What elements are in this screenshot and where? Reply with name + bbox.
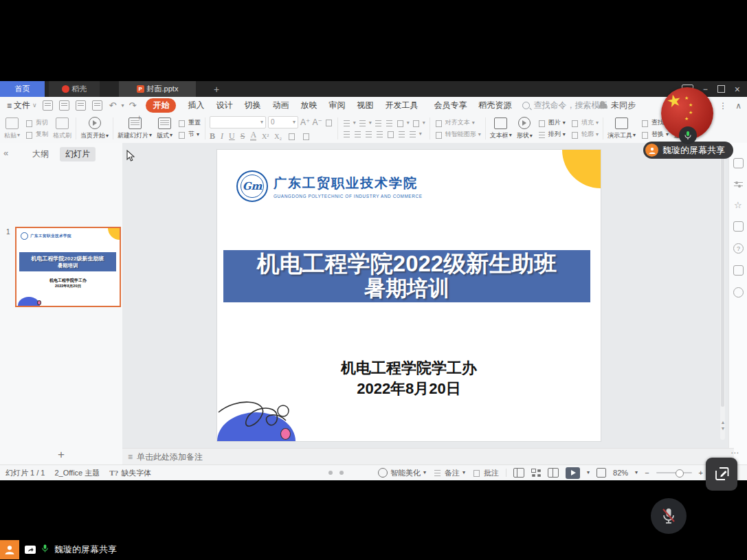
command-search[interactable]: 查找命令，搜索模板: [522, 100, 607, 111]
more-vertical-icon[interactable]: ⋮: [719, 101, 727, 111]
export-pane-icon[interactable]: [733, 265, 744, 276]
align-left-icon[interactable]: [342, 130, 351, 138]
to-smartart-button[interactable]: 转智能图形: [445, 130, 476, 139]
highlight-color-icon[interactable]: [302, 132, 311, 140]
fill-button[interactable]: 填充▾: [570, 118, 599, 127]
increase-indent-icon[interactable]: [385, 119, 394, 127]
menu-item-review[interactable]: 审阅: [328, 100, 345, 111]
zoom-level[interactable]: 82%: [613, 469, 628, 477]
textbox-button[interactable]: 文本框▾: [490, 117, 512, 140]
save-icon[interactable]: [43, 100, 53, 111]
add-slide-button[interactable]: +: [0, 448, 122, 462]
comments-button[interactable]: 批注: [472, 468, 499, 478]
clear-format-icon[interactable]: [324, 118, 333, 126]
replace-button[interactable]: 替换▾: [640, 130, 669, 139]
notes-toggle-button[interactable]: 备注▾: [433, 468, 465, 478]
underline-button[interactable]: U: [229, 131, 235, 142]
print-preview-icon[interactable]: [92, 100, 102, 111]
slide-sorter-icon[interactable]: [531, 469, 541, 477]
bullet-list-icon[interactable]: [342, 119, 351, 127]
zoom-in-button[interactable]: +: [699, 469, 703, 477]
line-spacing-icon[interactable]: [408, 130, 417, 138]
format-pane-icon[interactable]: [733, 158, 744, 168]
slideshow-play-button[interactable]: [566, 467, 580, 479]
align-text-button[interactable]: 对齐文本: [445, 118, 470, 127]
slide-thumbnail[interactable]: 广东工贸职业技术学院 机电工程学院2022级新生助班 暑期培训 机电工程学院学工…: [15, 227, 121, 307]
reset-button[interactable]: 重置: [177, 118, 201, 127]
print-icon[interactable]: [76, 100, 86, 111]
taskbar-mic-icon[interactable]: [41, 544, 49, 556]
close-button[interactable]: ×: [735, 84, 740, 95]
shapes-button[interactable]: 形状▾: [517, 117, 533, 140]
copy-button[interactable]: 复制: [25, 130, 48, 139]
strikethrough-button[interactable]: S: [241, 131, 245, 142]
annotation-pen-button[interactable]: [706, 458, 737, 491]
align-center-icon[interactable]: [353, 130, 362, 138]
tab-document[interactable]: P 封面.pptx: [119, 81, 196, 97]
font-name-combo[interactable]: ▾: [210, 116, 266, 128]
sync-status[interactable]: 未同步: [599, 97, 636, 114]
columns-icon[interactable]: [397, 130, 406, 138]
new-tab-button[interactable]: +: [214, 84, 219, 95]
menu-item-docer-resources[interactable]: 稻壳资源: [478, 100, 511, 111]
theme-name[interactable]: 2_Office 主题: [54, 468, 100, 478]
section-button[interactable]: 节▾: [177, 130, 201, 139]
new-slide-button[interactable]: 新建幻灯片▾: [118, 117, 152, 140]
menu-item-home[interactable]: 开始: [146, 98, 176, 113]
zoom-caret[interactable]: ▾: [635, 470, 638, 475]
picture-button[interactable]: 图片▾: [537, 118, 566, 127]
menu-item-view[interactable]: 视图: [357, 100, 373, 111]
arrange-button[interactable]: 排列▾: [537, 130, 566, 139]
increase-font-icon[interactable]: A⁺: [300, 117, 310, 127]
play-from-current-button[interactable]: 当页开始▾: [80, 117, 109, 140]
menu-item-slideshow[interactable]: 放映: [300, 100, 317, 111]
align-text-icon[interactable]: [434, 119, 443, 127]
present-tools-button[interactable]: 演示工具▾: [607, 117, 636, 140]
missing-font-warning[interactable]: T? 缺失字体: [109, 468, 151, 478]
phonetic-guide-icon[interactable]: [287, 132, 296, 140]
star-resources-icon[interactable]: ☆: [734, 201, 743, 210]
slide-dept[interactable]: 机电工程学院学工办: [217, 358, 601, 379]
bold-button[interactable]: B: [210, 131, 215, 142]
previous-slide-icon[interactable]: ▲: [720, 419, 726, 425]
reading-view-icon[interactable]: [548, 468, 559, 478]
cut-button[interactable]: 剪切: [25, 118, 48, 127]
mute-mic-button[interactable]: [651, 498, 687, 534]
slide-date[interactable]: 2022年8月20日: [217, 379, 601, 399]
file-menu[interactable]: ≡ 文件 ∨: [0, 100, 43, 111]
outline-button[interactable]: 轮廓▾: [570, 130, 599, 139]
help-icon[interactable]: ?: [733, 243, 744, 254]
tab-slides[interactable]: 幻灯片: [60, 147, 96, 161]
subscript-button[interactable]: X₂: [274, 133, 282, 140]
notes-bar[interactable]: ≡ 单击此处添加备注: [122, 448, 734, 465]
meeting-member-icon[interactable]: [0, 540, 19, 559]
decrease-font-icon[interactable]: A⁻: [312, 117, 322, 127]
menu-item-devtools[interactable]: 开发工具: [385, 100, 418, 111]
slide-nav-arrows[interactable]: ▲ ▼: [720, 419, 726, 432]
restore-button[interactable]: [717, 85, 725, 93]
play-options-caret[interactable]: ▾: [587, 470, 590, 475]
decrease-indent-icon[interactable]: [374, 119, 383, 127]
justify-icon[interactable]: [375, 130, 384, 138]
smartart-icon[interactable]: [434, 131, 443, 139]
layout-button[interactable]: 版式▾: [157, 117, 172, 140]
duplicate-pane-icon[interactable]: [733, 221, 744, 232]
format-painter-button[interactable]: 格式刷: [53, 117, 71, 140]
superscript-button[interactable]: X²: [262, 133, 269, 140]
tab-docer[interactable]: 稻壳: [49, 81, 100, 97]
properties-icon[interactable]: [734, 180, 743, 189]
next-slide-icon[interactable]: ▼: [720, 425, 726, 432]
text-direction-icon[interactable]: [396, 119, 405, 127]
tab-home[interactable]: 首页: [0, 81, 45, 97]
avatar-mic-badge[interactable]: [679, 126, 697, 144]
collapse-ribbon-icon[interactable]: ∧: [735, 101, 742, 111]
zoom-slider[interactable]: [656, 472, 692, 473]
fit-to-window-icon[interactable]: [597, 468, 606, 478]
minimize-button[interactable]: −: [703, 85, 708, 94]
zoom-slider-knob[interactable]: [676, 469, 684, 478]
menu-item-animation[interactable]: 动画: [272, 100, 289, 111]
taskbar-share-icon[interactable]: [25, 546, 36, 554]
menu-item-design[interactable]: 设计: [216, 100, 232, 111]
redo-icon[interactable]: ↷: [129, 100, 137, 111]
undo-caret-icon[interactable]: ▾: [122, 103, 124, 109]
